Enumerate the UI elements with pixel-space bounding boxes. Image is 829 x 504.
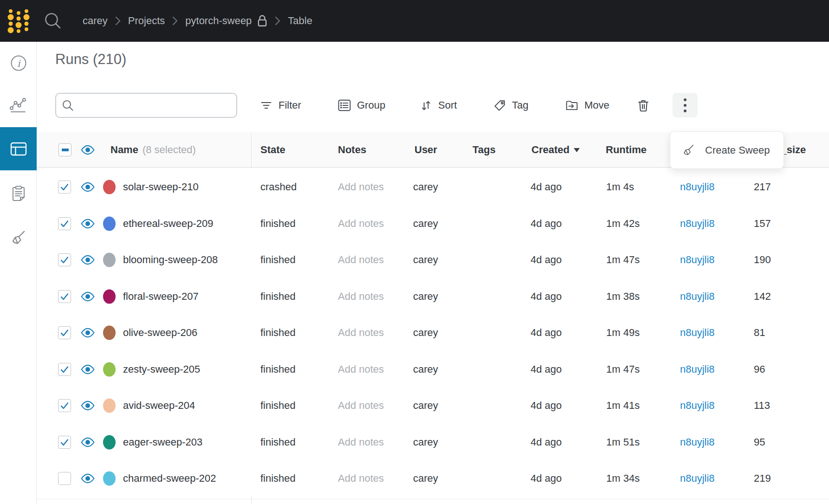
run-name-link[interactable]: zesty-sweep-205 — [123, 363, 200, 375]
breadcrumb-user[interactable]: carey — [83, 15, 108, 27]
column-header-state[interactable]: State — [260, 144, 285, 156]
sort-button[interactable]: Sort — [420, 93, 457, 118]
run-name-link[interactable]: avid-sweep-204 — [123, 400, 195, 412]
search-icon[interactable] — [44, 12, 62, 30]
column-header-user[interactable]: User — [414, 144, 437, 156]
eye-icon[interactable] — [81, 401, 95, 411]
checkmark-icon — [59, 219, 70, 229]
select-all-checkbox[interactable] — [58, 143, 71, 156]
run-notes-placeholder[interactable]: Add notes — [338, 218, 384, 230]
search-icon — [62, 99, 74, 112]
run-sweep-link[interactable]: n8uyjli8 — [680, 254, 715, 266]
run-notes-placeholder[interactable]: Add notes — [338, 400, 384, 412]
run-sweep-link[interactable]: n8uyjli8 — [680, 472, 715, 485]
run-notes-placeholder[interactable]: Add notes — [338, 436, 384, 448]
eye-icon[interactable] — [81, 255, 95, 265]
column-header-tags[interactable]: Tags — [473, 144, 496, 156]
column-header-notes[interactable]: Notes — [338, 144, 366, 156]
run-size-value: 142 — [754, 291, 771, 303]
row-checkbox[interactable] — [58, 363, 71, 376]
run-sweep-link[interactable]: n8uyjli8 — [680, 181, 715, 193]
run-size-value: 96 — [754, 363, 765, 375]
delete-button[interactable] — [637, 93, 650, 118]
runs-table-panel: Runs (210) Filter Group — [37, 42, 829, 504]
column-header-created[interactable]: Created — [531, 144, 580, 156]
run-name-link[interactable]: ethereal-sweep-209 — [123, 218, 213, 230]
run-name-link[interactable]: olive-sweep-206 — [123, 327, 197, 339]
run-color-dot — [103, 252, 116, 267]
run-sweep-link[interactable]: n8uyjli8 — [680, 327, 715, 339]
run-notes-placeholder[interactable]: Add notes — [338, 181, 384, 193]
run-runtime: 1m 47s — [606, 363, 640, 375]
eye-icon[interactable] — [81, 182, 95, 192]
search-input[interactable] — [79, 99, 231, 112]
eye-icon[interactable] — [81, 328, 95, 338]
row-checkbox[interactable] — [58, 217, 71, 230]
runs-search-box[interactable] — [55, 93, 237, 118]
eye-icon[interactable] — [81, 473, 95, 484]
run-name-link[interactable]: floral-sweep-207 — [123, 291, 199, 303]
move-button[interactable]: Move — [565, 93, 609, 118]
run-name-link[interactable]: eager-sweep-203 — [123, 436, 202, 448]
toggle-visibility-all-eye-icon[interactable] — [81, 145, 95, 155]
run-name-link[interactable]: blooming-sweep-208 — [123, 254, 218, 266]
row-checkbox[interactable] — [58, 472, 71, 485]
sidebar-item-charts[interactable] — [0, 97, 37, 114]
tag-button[interactable]: Tag — [493, 93, 528, 118]
group-button[interactable]: Group — [338, 93, 385, 118]
run-notes-placeholder[interactable]: Add notes — [338, 327, 384, 339]
create-sweep-menu-item[interactable]: Create Sweep — [670, 131, 784, 169]
run-created: 4d ago — [531, 400, 562, 412]
eye-icon[interactable] — [81, 219, 95, 229]
more-actions-button[interactable] — [673, 93, 698, 117]
sidebar-item-runs-table[interactable] — [0, 127, 37, 170]
group-icon — [338, 99, 351, 111]
run-state: finished — [260, 327, 296, 339]
runs-table-icon — [10, 142, 27, 156]
column-header-name[interactable]: Name(8 selected) — [110, 144, 196, 156]
sidebar-item-reports[interactable] — [0, 185, 37, 202]
run-sweep-link[interactable]: n8uyjli8 — [680, 218, 715, 230]
run-notes-placeholder[interactable]: Add notes — [338, 254, 384, 266]
breadcrumb-projects[interactable]: Projects — [128, 15, 165, 27]
tag-label: Tag — [512, 99, 528, 111]
run-user: carey — [413, 291, 438, 303]
column-header-runtime[interactable]: Runtime — [606, 144, 647, 156]
run-name-link[interactable]: charmed-sweep-202 — [123, 472, 216, 485]
breadcrumb-project[interactable]: pytorch-sweep — [185, 15, 252, 27]
broom-icon — [682, 144, 695, 156]
sort-icon — [420, 99, 432, 112]
row-checkbox[interactable] — [58, 253, 71, 266]
sidebar-item-overview[interactable]: i — [0, 55, 37, 71]
run-sweep-link[interactable]: n8uyjli8 — [680, 436, 715, 448]
run-user: carey — [413, 254, 438, 266]
run-name-link[interactable]: solar-sweep-210 — [123, 181, 199, 193]
run-user: carey — [413, 363, 438, 375]
trash-icon — [637, 99, 650, 112]
run-color-dot — [103, 289, 116, 304]
run-notes-placeholder[interactable]: Add notes — [338, 472, 384, 485]
sidebar-item-sweeps[interactable] — [0, 230, 37, 246]
move-to-folder-icon — [565, 99, 578, 111]
wandb-logo-icon[interactable] — [6, 7, 31, 34]
eye-icon[interactable] — [81, 364, 95, 375]
eye-icon[interactable] — [81, 291, 95, 302]
run-sweep-link[interactable]: n8uyjli8 — [680, 291, 715, 303]
filter-button[interactable]: Filter — [260, 93, 301, 118]
row-checkbox[interactable] — [58, 181, 71, 194]
broom-icon — [11, 230, 26, 246]
run-sweep-link[interactable]: n8uyjli8 — [680, 363, 715, 375]
run-user: carey — [413, 181, 438, 193]
run-notes-placeholder[interactable]: Add notes — [338, 363, 384, 375]
run-notes-placeholder[interactable]: Add notes — [338, 291, 384, 303]
run-sweep-link[interactable]: n8uyjli8 — [680, 400, 715, 412]
row-checkbox[interactable] — [58, 326, 71, 339]
table-row: ethereal-sweep-209 finished Add notes ca… — [37, 205, 829, 242]
row-checkbox[interactable] — [58, 290, 71, 303]
row-checkbox[interactable] — [58, 436, 71, 449]
breadcrumb-table[interactable]: Table — [288, 15, 312, 27]
run-created: 4d ago — [531, 254, 562, 266]
run-runtime: 1m 51s — [606, 436, 640, 448]
eye-icon[interactable] — [81, 437, 95, 447]
row-checkbox[interactable] — [58, 399, 71, 412]
